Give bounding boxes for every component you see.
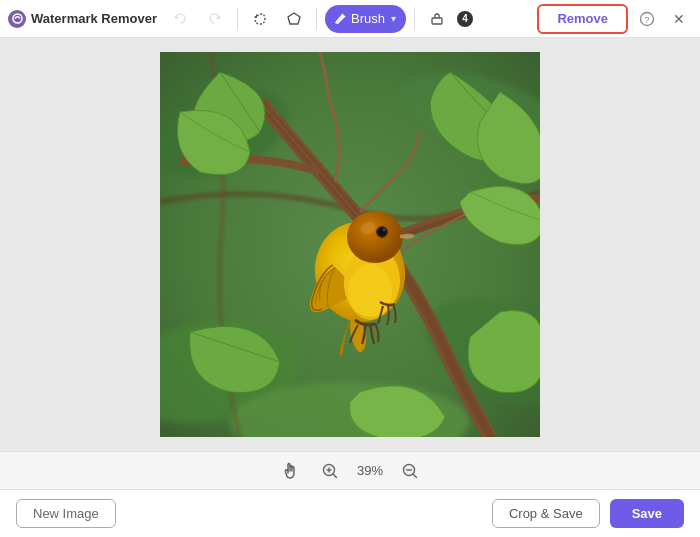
svg-point-19 — [348, 264, 392, 320]
redo-button[interactable] — [201, 5, 229, 33]
app-title: Watermark Remover — [31, 11, 157, 26]
divider-2 — [316, 8, 317, 30]
crop-save-button[interactable]: Crop & Save — [492, 499, 600, 528]
divider-1 — [237, 8, 238, 30]
svg-line-27 — [413, 474, 417, 478]
svg-point-14 — [347, 211, 403, 263]
lasso-tool-button[interactable] — [246, 5, 274, 33]
pan-tool-button[interactable] — [277, 458, 303, 484]
zoom-in-button[interactable] — [317, 458, 343, 484]
canvas-area[interactable] — [0, 38, 700, 451]
brush-dropdown-arrow: ▾ — [391, 13, 396, 24]
zoom-out-button[interactable] — [397, 458, 423, 484]
brush-label: Brush — [351, 11, 385, 26]
save-button[interactable]: Save — [610, 499, 684, 528]
help-button[interactable]: ? — [634, 6, 660, 32]
svg-rect-3 — [432, 18, 442, 24]
svg-marker-1 — [288, 13, 300, 24]
main-image — [160, 52, 540, 437]
eraser-tool-button[interactable] — [423, 5, 451, 33]
image-container — [160, 52, 540, 437]
footer-right: Crop & Save Save — [492, 499, 684, 528]
svg-point-17 — [383, 229, 385, 231]
svg-line-24 — [333, 474, 337, 478]
app-logo: Watermark Remover — [8, 10, 161, 28]
undo-button[interactable] — [167, 5, 195, 33]
zoom-level: 39% — [357, 463, 383, 478]
polygon-tool-button[interactable] — [280, 5, 308, 33]
new-image-button[interactable]: New Image — [16, 499, 116, 528]
app-logo-icon — [8, 10, 26, 28]
brush-size-badge: 4 — [457, 11, 473, 27]
remove-button[interactable]: Remove — [537, 4, 628, 34]
svg-point-0 — [13, 14, 22, 23]
brush-tool-button[interactable]: Brush ▾ — [325, 5, 406, 33]
titlebar: Watermark Remover Brush — [0, 0, 700, 38]
svg-text:?: ? — [644, 15, 649, 25]
statusbar: 39% — [0, 451, 700, 489]
divider-3 — [414, 8, 415, 30]
close-button[interactable]: ✕ — [666, 6, 692, 32]
footer: New Image Crop & Save Save — [0, 489, 700, 537]
